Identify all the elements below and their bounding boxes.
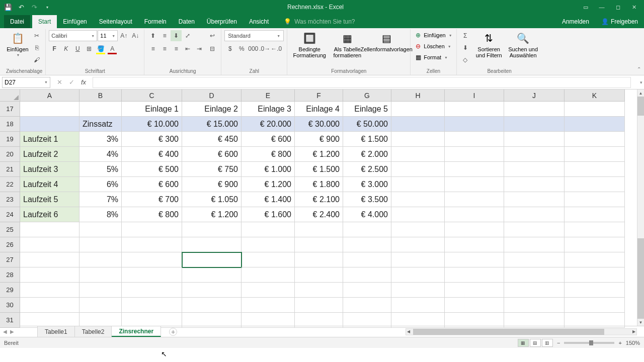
align-right-icon[interactable]: ≡ bbox=[171, 43, 182, 54]
zoom-thumb[interactable] bbox=[589, 340, 593, 345]
cell-E18[interactable]: € 20.000 bbox=[242, 117, 295, 132]
scroll-down-icon[interactable]: ▼ bbox=[637, 319, 644, 326]
cell-D18[interactable]: € 15.000 bbox=[182, 117, 242, 132]
cell-E24[interactable]: € 1.600 bbox=[242, 207, 295, 222]
col-header-E[interactable]: E bbox=[242, 89, 295, 102]
cell-E19[interactable]: € 600 bbox=[242, 132, 295, 147]
cell-G26[interactable] bbox=[343, 237, 391, 252]
cell-G22[interactable]: € 3.000 bbox=[343, 177, 391, 192]
cell-C18[interactable]: € 10.000 bbox=[122, 117, 182, 132]
fill-icon[interactable]: ⬇ bbox=[460, 42, 471, 53]
col-header-I[interactable]: I bbox=[445, 89, 504, 102]
cell-I28[interactable] bbox=[445, 267, 504, 283]
scroll-up-icon[interactable]: ▲ bbox=[637, 89, 644, 97]
cell-G29[interactable] bbox=[343, 283, 391, 298]
zoom-level[interactable]: 150% bbox=[626, 340, 640, 346]
save-icon[interactable]: 💾 bbox=[2, 1, 14, 13]
bold-icon[interactable]: F bbox=[49, 43, 60, 54]
cell-G28[interactable] bbox=[343, 267, 391, 283]
cell-J19[interactable] bbox=[504, 132, 565, 147]
percent-icon[interactable]: % bbox=[236, 43, 247, 54]
cell-E21[interactable]: € 1.000 bbox=[242, 162, 295, 177]
cell-D22[interactable]: € 900 bbox=[182, 177, 242, 192]
cell-C17[interactable]: Einlage 1 bbox=[122, 102, 182, 117]
name-box[interactable]: D27▼ bbox=[2, 77, 50, 88]
cell-F31[interactable] bbox=[295, 313, 343, 328]
cell-E20[interactable]: € 800 bbox=[242, 147, 295, 162]
cell-I27[interactable] bbox=[445, 252, 504, 267]
tab-pagelayout[interactable]: Seitenlayout bbox=[93, 15, 138, 28]
cell-F21[interactable]: € 1.500 bbox=[295, 162, 343, 177]
cell-C21[interactable]: € 500 bbox=[122, 162, 182, 177]
cell-H17[interactable] bbox=[391, 102, 445, 117]
col-header-D[interactable]: D bbox=[182, 89, 242, 102]
cell-K31[interactable] bbox=[565, 313, 625, 328]
collapse-ribbon-icon[interactable]: ⌃ bbox=[637, 66, 641, 72]
cell-G25[interactable] bbox=[343, 222, 391, 237]
cell-J27[interactable] bbox=[504, 252, 565, 267]
cell-F26[interactable] bbox=[295, 237, 343, 252]
cell-D29[interactable] bbox=[182, 283, 242, 298]
cell-H25[interactable] bbox=[391, 222, 445, 237]
font-name-select[interactable]: Calibri▼ bbox=[49, 30, 97, 41]
cell-D17[interactable]: Einlage 2 bbox=[182, 102, 242, 117]
cell-D21[interactable]: € 750 bbox=[182, 162, 242, 177]
col-header-B[interactable]: B bbox=[79, 89, 122, 102]
cell-I18[interactable] bbox=[445, 117, 504, 132]
col-header-A[interactable]: A bbox=[20, 89, 79, 102]
cell-E27[interactable] bbox=[242, 252, 295, 267]
cell-F24[interactable]: € 2.400 bbox=[295, 207, 343, 222]
cell-J28[interactable] bbox=[504, 267, 565, 283]
cell-G20[interactable]: € 2.000 bbox=[343, 147, 391, 162]
col-header-J[interactable]: J bbox=[504, 89, 565, 102]
cell-B30[interactable] bbox=[79, 298, 122, 313]
cell-H19[interactable] bbox=[391, 132, 445, 147]
cell-G21[interactable]: € 2.500 bbox=[343, 162, 391, 177]
cell-B20[interactable]: 4% bbox=[79, 147, 122, 162]
cell-H24[interactable] bbox=[391, 207, 445, 222]
align-center-icon[interactable]: ≡ bbox=[159, 43, 170, 54]
cell-H20[interactable] bbox=[391, 147, 445, 162]
cell-F17[interactable]: Einlage 4 bbox=[295, 102, 343, 117]
scroll-right-icon[interactable]: ▶ bbox=[632, 329, 635, 334]
cell-H23[interactable] bbox=[391, 192, 445, 207]
cell-I30[interactable] bbox=[445, 298, 504, 313]
cell-D26[interactable] bbox=[182, 237, 242, 252]
row-header-18[interactable]: 18 bbox=[0, 117, 20, 132]
cell-G17[interactable]: Einlage 5 bbox=[343, 102, 391, 117]
cell-D19[interactable]: € 450 bbox=[182, 132, 242, 147]
cell-A24[interactable]: Laufzeit 6 bbox=[20, 207, 79, 222]
decrease-font-icon[interactable]: A↓ bbox=[130, 30, 141, 41]
cell-J20[interactable] bbox=[504, 147, 565, 162]
cell-styles-button[interactable]: ▤ Zellenformatvorlagen bbox=[366, 30, 407, 52]
scroll-thumb[interactable] bbox=[637, 97, 644, 116]
border-icon[interactable]: ⊞ bbox=[84, 43, 95, 54]
cell-B27[interactable] bbox=[79, 252, 122, 267]
cell-J21[interactable] bbox=[504, 162, 565, 177]
cell-E17[interactable]: Einlage 3 bbox=[242, 102, 295, 117]
cell-A20[interactable]: Laufzeit 2 bbox=[20, 147, 79, 162]
zoom-in-icon[interactable]: + bbox=[618, 340, 621, 346]
cell-K29[interactable] bbox=[565, 283, 625, 298]
scroll-left-icon[interactable]: ◀ bbox=[407, 329, 410, 334]
row-header-30[interactable]: 30 bbox=[0, 298, 20, 313]
cell-B28[interactable] bbox=[79, 267, 122, 283]
horizontal-scrollbar[interactable]: ◀ ▶ bbox=[406, 328, 637, 335]
cell-B25[interactable] bbox=[79, 222, 122, 237]
cell-B24[interactable]: 8% bbox=[79, 207, 122, 222]
copy-icon[interactable]: ⎘ bbox=[31, 42, 42, 53]
cell-I25[interactable] bbox=[445, 222, 504, 237]
increase-font-icon[interactable]: A↑ bbox=[118, 30, 129, 41]
row-header-24[interactable]: 24 bbox=[0, 207, 20, 222]
cell-J22[interactable] bbox=[504, 177, 565, 192]
cell-K23[interactable] bbox=[565, 192, 625, 207]
cell-C27[interactable] bbox=[122, 252, 182, 267]
normal-view-icon[interactable]: ▦ bbox=[518, 339, 529, 347]
cell-C28[interactable] bbox=[122, 267, 182, 283]
merge-icon[interactable]: ⊟ bbox=[207, 43, 218, 54]
page-break-view-icon[interactable]: ▥ bbox=[542, 339, 553, 347]
cell-H31[interactable] bbox=[391, 313, 445, 328]
cell-B18[interactable]: Zinssatz bbox=[79, 117, 122, 132]
zoom-slider[interactable] bbox=[564, 342, 614, 344]
insert-function-icon[interactable]: fx bbox=[77, 77, 90, 88]
